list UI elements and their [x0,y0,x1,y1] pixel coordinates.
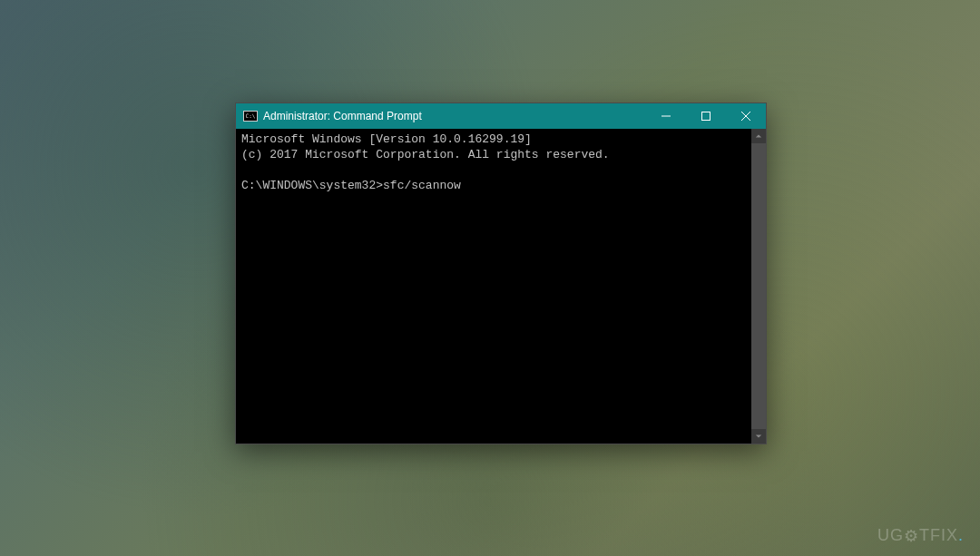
close-button[interactable] [726,103,766,129]
command-text: sfc/scannow [383,179,461,192]
scroll-down-button[interactable] [751,429,766,444]
cmd-icon-text: C:\ [246,113,256,119]
output-line: (c) 2017 Microsoft Corporation. All righ… [241,148,610,161]
watermark-text-before: UG [877,526,904,544]
scroll-track[interactable] [751,143,766,429]
watermark-dot: . [958,526,964,544]
gear-icon: ⚙ [904,526,919,546]
console-output[interactable]: Microsoft Windows [Version 10.0.16299.19… [236,129,751,444]
output-line: Microsoft Windows [Version 10.0.16299.19… [241,132,532,146]
svg-rect-1 [702,112,710,121]
maximize-icon [701,112,710,121]
window-controls [646,103,766,129]
chevron-up-icon [755,132,762,140]
command-prompt-window: C:\ Administrator: Command Prompt Micros… [235,102,767,444]
watermark-text-after: TFIX [919,526,958,544]
cmd-icon: C:\ [243,111,258,122]
prompt-text: C:\WINDOWS\system32> [241,179,383,192]
minimize-icon [662,112,671,121]
watermark: UG⚙TFIX. [877,525,964,545]
chevron-down-icon [755,433,762,440]
maximize-button[interactable] [686,103,726,129]
close-icon [741,112,750,121]
vertical-scrollbar[interactable] [751,129,766,444]
scroll-thumb[interactable] [751,143,766,429]
window-title: Administrator: Command Prompt [263,110,646,122]
scroll-up-button[interactable] [751,129,766,143]
minimize-button[interactable] [646,103,686,129]
console-body: Microsoft Windows [Version 10.0.16299.19… [236,129,766,444]
titlebar[interactable]: C:\ Administrator: Command Prompt [236,103,766,129]
